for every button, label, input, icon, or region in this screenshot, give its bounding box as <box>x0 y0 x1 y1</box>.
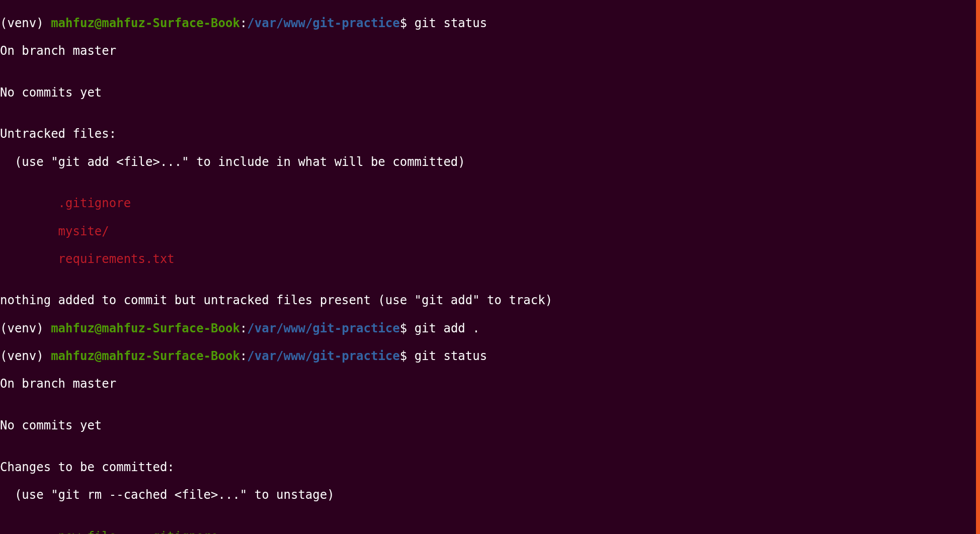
output-line: Changes to be committed: <box>0 461 980 475</box>
colon: : <box>240 16 247 30</box>
user-host: mahfuz@mahfuz-Surface-Book <box>51 16 240 30</box>
prompt-dollar: $ <box>400 321 415 335</box>
output-line: On branch master <box>0 377 980 391</box>
venv-indicator: (venv) <box>0 349 51 363</box>
cwd-path: /var/www/git-practice <box>247 349 399 363</box>
prompt-line: (venv) mahfuz@mahfuz-Surface-Book:/var/w… <box>0 349 980 364</box>
colon: : <box>240 321 247 335</box>
user-host: mahfuz@mahfuz-Surface-Book <box>51 349 240 363</box>
prompt-dollar: $ <box>400 349 415 363</box>
output-line: No commits yet <box>0 419 980 433</box>
staged-file: new file: .gitignore <box>0 530 980 534</box>
prompt-line: (venv) mahfuz@mahfuz-Surface-Book:/var/w… <box>0 322 980 336</box>
output-line: On branch master <box>0 44 980 58</box>
untracked-file: .gitignore <box>0 197 980 211</box>
cwd-path: /var/www/git-practice <box>247 16 399 30</box>
untracked-file: mysite/ <box>0 225 980 239</box>
scrollbar[interactable] <box>976 0 980 534</box>
terminal-output[interactable]: (venv) mahfuz@mahfuz-Surface-Book:/var/w… <box>0 0 980 534</box>
venv-indicator: (venv) <box>0 321 51 335</box>
command-text: git status <box>415 16 487 30</box>
output-line: No commits yet <box>0 86 980 100</box>
prompt-dollar: $ <box>400 16 415 30</box>
user-host: mahfuz@mahfuz-Surface-Book <box>51 321 240 335</box>
command-text: git status <box>415 349 487 363</box>
untracked-file: requirements.txt <box>0 252 980 266</box>
output-line: Untracked files: <box>0 127 980 141</box>
output-line: (use "git rm --cached <file>..." to unst… <box>0 488 980 502</box>
venv-indicator: (venv) <box>0 16 51 30</box>
output-line: (use "git add <file>..." to include in w… <box>0 155 980 169</box>
prompt-line: (venv) mahfuz@mahfuz-Surface-Book:/var/w… <box>0 17 980 31</box>
colon: : <box>240 349 247 363</box>
output-line: nothing added to commit but untracked fi… <box>0 294 980 308</box>
cwd-path: /var/www/git-practice <box>247 321 399 335</box>
command-text: git add . <box>415 321 480 335</box>
